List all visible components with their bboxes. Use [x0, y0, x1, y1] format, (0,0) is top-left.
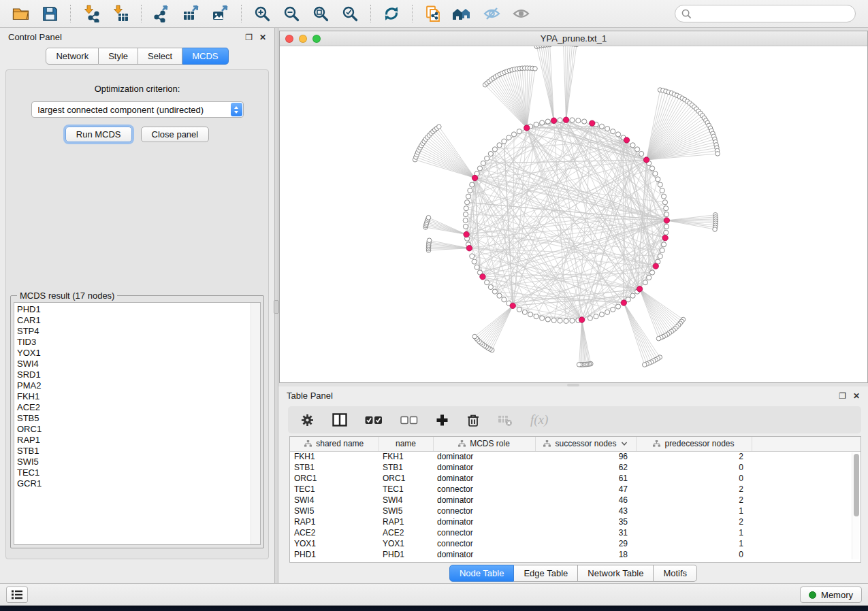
network-node[interactable]	[576, 118, 581, 123]
table-row[interactable]: TEC1TEC1connector472	[290, 484, 861, 495]
mcds-result-item[interactable]: SWI4	[17, 359, 251, 369]
network-node[interactable]	[588, 316, 592, 320]
network-node[interactable]	[664, 212, 669, 217]
tab-network-table[interactable]: Network Table	[578, 565, 654, 582]
table-row[interactable]: ORC1ORC1dominator610	[290, 473, 861, 484]
network-node[interactable]	[570, 318, 575, 323]
function-builder-button[interactable]: f(x)	[530, 412, 548, 427]
network-node[interactable]	[534, 314, 539, 319]
network-node[interactable]	[594, 314, 598, 319]
tab-mcds[interactable]: MCDS	[182, 48, 228, 65]
network-node[interactable]	[716, 152, 720, 156]
network-node[interactable]	[664, 230, 669, 235]
table-row[interactable]: RAP1RAP1dominator352	[290, 516, 861, 527]
close-panel-button[interactable]: Close panel	[141, 127, 210, 142]
mcds-result-item[interactable]: STB5	[17, 413, 251, 424]
network-node[interactable]	[649, 270, 654, 275]
network-node[interactable]	[599, 124, 604, 129]
mcds-result-item[interactable]: CAR1	[17, 315, 251, 326]
run-mcds-button[interactable]: Run MCDS	[65, 127, 132, 142]
network-node[interactable]	[558, 118, 562, 122]
export-image-button[interactable]	[207, 2, 234, 25]
delete-column-button[interactable]	[466, 413, 480, 427]
table-row[interactable]: FKH1FKH1dominator962	[290, 451, 861, 462]
network-node[interactable]	[463, 218, 468, 222]
network-node[interactable]	[615, 132, 620, 137]
network-node[interactable]	[464, 200, 469, 205]
network-node[interactable]	[497, 143, 502, 148]
network-node[interactable]	[477, 166, 482, 171]
network-node[interactable]	[642, 363, 647, 367]
zoom-fit-button[interactable]	[307, 2, 334, 25]
network-hub-node[interactable]	[624, 137, 629, 143]
network-hub-node[interactable]	[524, 125, 530, 131]
network-node[interactable]	[664, 224, 669, 229]
zoom-out-button[interactable]	[278, 2, 305, 25]
network-node[interactable]	[661, 194, 666, 199]
mcds-result-item[interactable]: PHD1	[17, 304, 251, 315]
network-canvas[interactable]	[280, 46, 867, 382]
network-hub-node[interactable]	[662, 235, 668, 240]
column-header-shared-name[interactable]: shared name	[290, 437, 379, 451]
mcds-result-scrollbar[interactable]	[251, 303, 260, 544]
network-hub-node[interactable]	[643, 157, 649, 163]
network-node[interactable]	[437, 125, 442, 129]
float-panel-icon[interactable]: ❐	[839, 392, 846, 400]
network-hub-node[interactable]	[466, 246, 472, 251]
show-columns-button[interactable]	[332, 413, 347, 427]
export-table-button[interactable]	[178, 2, 205, 25]
tab-edge-table[interactable]: Edge Table	[514, 565, 578, 582]
import-table-button[interactable]	[107, 2, 134, 25]
network-hub-node[interactable]	[653, 263, 658, 269]
network-node[interactable]	[599, 312, 604, 317]
column-header-successor-nodes[interactable]: successor nodes	[535, 437, 636, 451]
network-node[interactable]	[497, 293, 502, 298]
network-node[interactable]	[647, 275, 652, 280]
network-node[interactable]	[534, 122, 539, 127]
network-node[interactable]	[468, 188, 472, 193]
network-node[interactable]	[551, 318, 556, 323]
network-node[interactable]	[517, 129, 521, 134]
network-node[interactable]	[488, 284, 493, 289]
network-hub-node[interactable]	[510, 303, 515, 308]
zoom-selected-button[interactable]	[336, 2, 364, 25]
network-node[interactable]	[660, 188, 664, 193]
network-node[interactable]	[545, 119, 550, 124]
tab-select[interactable]: Select	[138, 48, 182, 65]
network-node[interactable]	[426, 215, 431, 220]
network-hub-node[interactable]	[551, 118, 556, 123]
mcds-result-item[interactable]: ORC1	[17, 424, 251, 435]
mcds-result-item[interactable]: STP4	[17, 326, 251, 337]
network-node[interactable]	[481, 161, 485, 165]
close-panel-icon[interactable]: ✕	[853, 392, 860, 400]
table-scrollbar-thumb[interactable]	[854, 454, 859, 516]
table-row[interactable]: SWI4SWI4dominator462	[290, 495, 861, 506]
add-column-button[interactable]	[436, 414, 449, 427]
open-session-button[interactable]	[7, 2, 34, 25]
network-node[interactable]	[463, 224, 468, 229]
network-node[interactable]	[653, 171, 658, 176]
network-node[interactable]	[470, 182, 475, 187]
mcds-result-item[interactable]: SRD1	[17, 369, 251, 380]
network-node[interactable]	[485, 280, 489, 285]
network-node[interactable]	[475, 265, 479, 269]
network-node[interactable]	[492, 147, 497, 152]
network-node[interactable]	[540, 120, 545, 125]
close-panel-icon[interactable]: ✕	[259, 33, 266, 42]
table-row[interactable]: STB1STB1dominator620	[290, 462, 861, 473]
network-hub-node[interactable]	[664, 218, 669, 223]
network-node[interactable]	[507, 135, 511, 140]
mcds-result-item[interactable]: SWI5	[17, 457, 251, 467]
mcds-result-item[interactable]: RAP1	[17, 435, 251, 446]
network-node[interactable]	[558, 318, 562, 323]
network-node[interactable]	[540, 316, 545, 320]
table-row[interactable]: PHD1PHD1dominator180	[290, 549, 861, 560]
mcds-result-item[interactable]: STB1	[17, 446, 251, 457]
tab-style[interactable]: Style	[99, 48, 138, 65]
float-panel-icon[interactable]: ❐	[245, 33, 253, 42]
network-node[interactable]	[630, 143, 635, 148]
network-node[interactable]	[656, 336, 661, 341]
mcds-result-item[interactable]: PMA2	[17, 380, 251, 391]
panel-splitter-vertical[interactable]	[274, 28, 278, 583]
network-node[interactable]	[658, 254, 662, 259]
